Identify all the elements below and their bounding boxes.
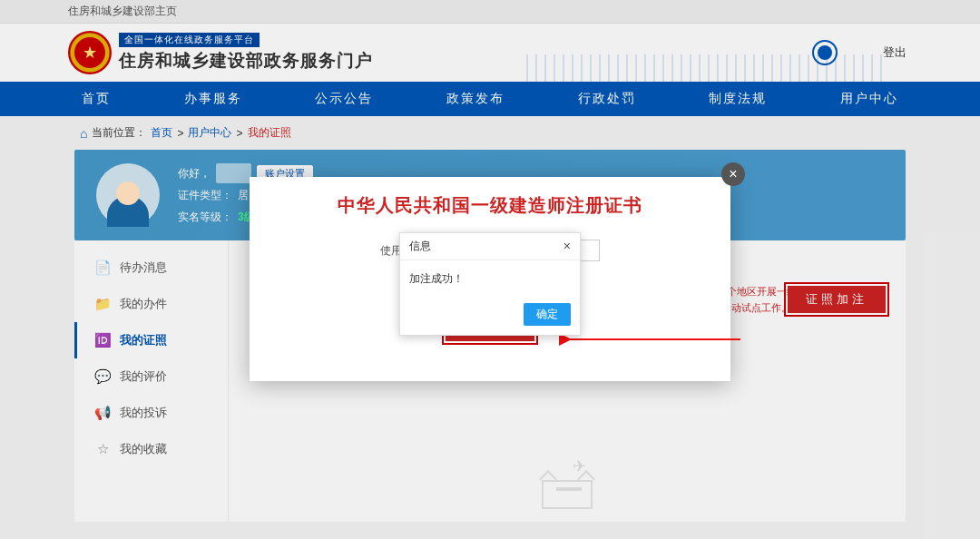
dialog-ok-button[interactable]: 确定 [524, 303, 571, 326]
annotation-arrow [559, 336, 750, 372]
modal-title: 中华人民共和国一级建造师注册证书 [271, 193, 709, 218]
dialog-close-button[interactable]: × [564, 239, 571, 254]
dialog-title: 信息 [409, 239, 431, 254]
info-dialog: 信息 × 加注成功！ 确定 [399, 232, 581, 336]
modal-close-button[interactable]: × [721, 162, 745, 186]
dialog-message: 加注成功！ [400, 260, 580, 298]
